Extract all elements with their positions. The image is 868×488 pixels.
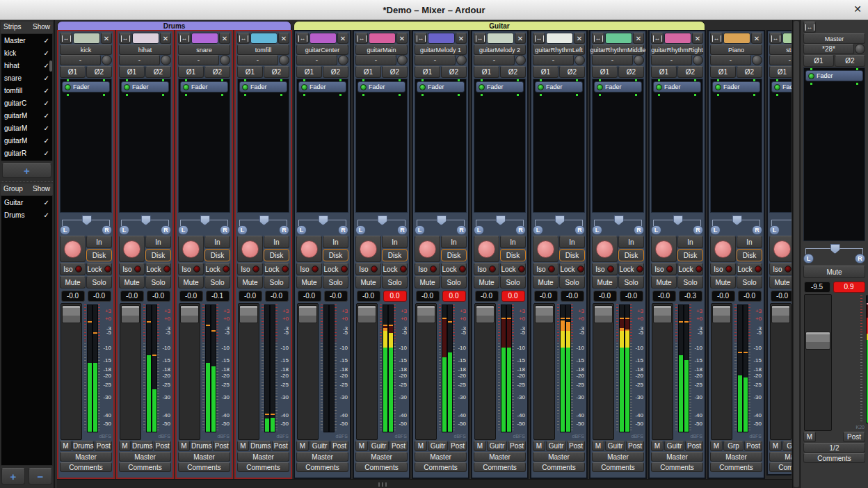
fader-led[interactable]: [242, 84, 248, 90]
strips-list-item[interactable]: snare✓: [1, 72, 52, 84]
fader-slider[interactable]: [770, 303, 791, 440]
phase-1-button[interactable]: Ø1: [119, 66, 145, 78]
processor-box[interactable]: Fader: [651, 79, 703, 213]
master-trim-knob[interactable]: [855, 44, 865, 54]
trim-knob[interactable]: [161, 55, 171, 65]
solo-lock-button[interactable]: Lock: [559, 263, 585, 275]
fader-processor[interactable]: Fader: [535, 81, 583, 92]
processor-box[interactable]: Fader: [474, 79, 526, 213]
pan-control[interactable]: L R: [651, 213, 703, 235]
comments-button[interactable]: Comments: [651, 462, 703, 472]
fader-led[interactable]: [419, 84, 426, 90]
fader-slider[interactable]: [238, 303, 259, 440]
comments-button[interactable]: Comments: [296, 462, 348, 472]
record-arm-button[interactable]: [769, 236, 791, 262]
add-group-button[interactable]: +: [1, 468, 25, 485]
phase-2-button[interactable]: Ø2: [382, 66, 408, 78]
strip-name-button[interactable]: kick: [60, 44, 112, 55]
width-toggle-button[interactable]: ↔: [474, 33, 486, 44]
input-selector[interactable]: -: [119, 55, 160, 65]
strip-close-button[interactable]: ✕: [396, 33, 408, 44]
monitor-input-button[interactable]: In: [441, 236, 467, 248]
mute-button[interactable]: Mute: [710, 276, 736, 288]
gain-display[interactable]: -0.0: [61, 291, 85, 302]
record-arm-button[interactable]: [415, 236, 440, 262]
master-comments-button[interactable]: Comments: [803, 453, 865, 463]
peak-display[interactable]: -0.0: [88, 291, 111, 302]
strip-color-chip[interactable]: [428, 33, 455, 44]
width-toggle-button[interactable]: ↔: [178, 33, 191, 44]
fader-handle[interactable]: [180, 305, 199, 323]
solo-isolate-button[interactable]: Iso: [474, 263, 499, 275]
solo-isolate-button[interactable]: Iso: [178, 263, 204, 275]
pan-right-button[interactable]: R: [693, 225, 703, 235]
metering-point-button[interactable]: Post: [744, 441, 762, 451]
monitor-disk-button[interactable]: Disk: [737, 249, 762, 261]
strip-color-chip[interactable]: [310, 33, 337, 44]
mute-button[interactable]: Mute: [474, 276, 499, 288]
strips-list-item-checkbox[interactable]: ✓: [44, 149, 49, 157]
master-phase-1-button[interactable]: Ø1: [803, 55, 834, 67]
input-selector[interactable]: -: [474, 55, 515, 65]
master-fader-processor[interactable]: Fader: [805, 70, 863, 81]
pan-control[interactable]: L R: [119, 213, 171, 235]
output-button[interactable]: Master: [296, 452, 348, 462]
phase-1-button[interactable]: Ø1: [237, 66, 263, 78]
monitor-disk-button[interactable]: Disk: [677, 249, 703, 261]
mono-button[interactable]: M: [651, 441, 664, 451]
fader-processor[interactable]: Fader: [357, 81, 405, 92]
mono-button[interactable]: M: [60, 441, 72, 451]
peak-display[interactable]: 0.0: [442, 291, 466, 302]
pan-right-button[interactable]: R: [752, 225, 762, 235]
group-button[interactable]: Guitr: [605, 441, 625, 451]
peak-display[interactable]: -0.0: [738, 291, 762, 302]
fader-handle[interactable]: [239, 305, 258, 323]
phase-1-button[interactable]: Ø1: [60, 66, 86, 78]
fader-led[interactable]: [124, 84, 130, 90]
pan-right-button[interactable]: R: [279, 225, 289, 235]
strip-color-chip[interactable]: [191, 33, 218, 44]
strip-name-button[interactable]: strings: [769, 44, 791, 55]
processor-box[interactable]: Fader: [355, 79, 408, 213]
input-selector[interactable]: -: [60, 55, 101, 65]
record-arm-button[interactable]: [355, 236, 381, 262]
processor-box[interactable]: Fader: [296, 79, 348, 213]
pan-right-button[interactable]: R: [220, 225, 230, 235]
metering-point-button[interactable]: Post: [449, 441, 467, 451]
gain-display[interactable]: -0.0: [475, 291, 499, 302]
strips-list-item-checkbox[interactable]: ✓: [44, 37, 49, 44]
pan-control[interactable]: L R: [415, 213, 467, 235]
output-button[interactable]: Master: [533, 452, 585, 462]
mute-button[interactable]: Mute: [296, 276, 322, 288]
solo-lock-button[interactable]: Lock: [441, 263, 467, 275]
trim-knob[interactable]: [693, 55, 703, 65]
fader-processor[interactable]: Fader: [771, 81, 791, 92]
phase-1-button[interactable]: Ø1: [296, 66, 322, 78]
strip-color-chip[interactable]: [723, 33, 750, 44]
fader-handle[interactable]: [653, 305, 672, 323]
strip-color-chip[interactable]: [250, 33, 278, 44]
phase-2-button[interactable]: Ø2: [323, 66, 348, 78]
gain-display[interactable]: -0.0: [357, 291, 380, 302]
comments-button[interactable]: Comments: [474, 462, 526, 472]
group-button[interactable]: Drums: [72, 441, 94, 451]
mute-button[interactable]: Mute: [533, 276, 558, 288]
record-arm-button[interactable]: [296, 236, 322, 262]
strip-close-button[interactable]: ✕: [692, 33, 703, 44]
fader-slider[interactable]: [356, 303, 378, 440]
strip-name-button[interactable]: Piano: [710, 44, 762, 55]
peak-display[interactable]: -0.3: [679, 291, 702, 302]
monitor-input-button[interactable]: In: [737, 236, 762, 248]
solo-lock-button[interactable]: Lock: [382, 263, 408, 275]
processor-box[interactable]: Fader: [237, 79, 289, 213]
fader-processor[interactable]: Fader: [62, 81, 110, 92]
output-button[interactable]: Master: [474, 452, 526, 462]
fader-handle[interactable]: [771, 305, 790, 323]
master-processor-box[interactable]: Fader: [803, 67, 865, 241]
groups-list-item-checkbox[interactable]: ✓: [44, 211, 49, 219]
width-toggle-button[interactable]: ↔: [119, 33, 131, 44]
strips-list-item[interactable]: guitarC✓: [1, 97, 52, 109]
mono-button[interactable]: M: [119, 441, 131, 451]
master-fader-slider[interactable]: [804, 294, 832, 431]
strip-close-button[interactable]: ✕: [160, 33, 171, 44]
